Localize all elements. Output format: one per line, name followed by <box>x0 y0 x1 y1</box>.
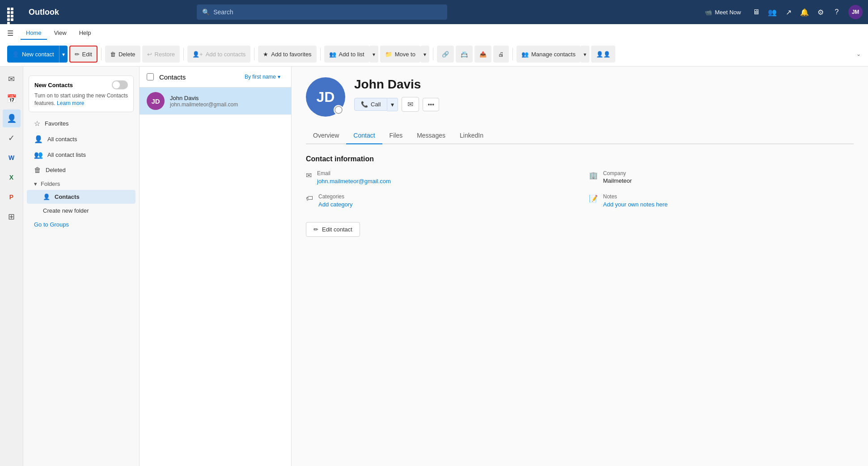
sidebar-item-all-contacts[interactable]: 👤 All contacts <box>27 131 135 147</box>
vcard-button[interactable]: 📇 <box>456 46 473 63</box>
mail-button[interactable]: ✉ <box>402 97 419 112</box>
ribbon: ☰ Home View Help 👤 New contact ✏ Edit 🗑 … <box>0 24 868 67</box>
learn-more-link[interactable]: Learn more <box>57 100 84 106</box>
people-icon-btn[interactable]: 👤👤 <box>591 46 615 63</box>
sidebar-item-all-lists[interactable]: 👥 All contact lists <box>27 147 135 163</box>
add-to-list-dropdown[interactable] <box>369 46 378 63</box>
email-value[interactable]: john.mailmeteor@gmail.com <box>317 178 391 185</box>
company-row: 🏢 Company Mailmeteor <box>589 170 854 185</box>
export-button[interactable]: 📤 <box>474 46 491 63</box>
manage-contacts-dropdown[interactable] <box>580 46 589 63</box>
delete-button[interactable]: 🗑 Delete <box>105 46 140 63</box>
contact-avatar: JD <box>147 92 165 110</box>
add-to-contacts-button[interactable]: 👤+ Add to contacts <box>187 46 250 63</box>
tab-home[interactable]: Home <box>21 27 47 40</box>
tab-help[interactable]: Help <box>74 27 97 40</box>
edit-button[interactable]: ✏ Edit <box>69 46 97 63</box>
sidebar-item-favorites[interactable]: ☆ Favorites <box>27 116 135 131</box>
new-contacts-toggle[interactable] <box>112 80 128 89</box>
print-button[interactable]: 🖨 <box>493 46 509 63</box>
company-content: Company Mailmeteor <box>603 170 632 184</box>
user-avatar[interactable]: JM <box>848 5 863 19</box>
phone-icon: 📞 <box>361 101 368 108</box>
hamburger-menu[interactable]: ☰ <box>7 29 13 38</box>
tab-overview[interactable]: Overview <box>306 127 346 144</box>
new-contact-button[interactable]: 👤 New contact <box>7 46 59 63</box>
call-button[interactable]: 📞 Call <box>354 98 387 111</box>
rail-apps-icon[interactable]: ⊞ <box>3 208 21 226</box>
ribbon-separator-5 <box>433 48 433 60</box>
move-to-button[interactable]: 📁 Move to <box>380 46 420 63</box>
call-dropdown[interactable]: ▾ <box>387 98 398 111</box>
help-icon[interactable]: ? <box>832 8 841 17</box>
categories-content: Categories Add category <box>318 193 353 208</box>
go-to-groups-label: Go to Groups <box>34 221 69 228</box>
monitor-icon[interactable]: 🖥 <box>752 8 761 17</box>
categories-value[interactable]: Add category <box>318 201 353 208</box>
detail-tabs: Overview Contact Files Messages LinkedIn <box>306 127 854 144</box>
meet-now-btn[interactable]: 📹 Meet Now <box>701 7 745 17</box>
sidebar-item-all-contacts-label: All contacts <box>47 136 77 143</box>
sort-button[interactable]: By first name ▾ <box>241 72 284 82</box>
manage-contacts-label: Manage contacts <box>531 51 576 58</box>
go-to-groups-link[interactable]: Go to Groups <box>27 218 135 231</box>
main-layout: ✉ 📅 👤 ✓ W X P ⊞ New Contacts Turn on to … <box>0 67 868 466</box>
new-contact-icon: 👤 <box>12 51 19 58</box>
notes-row: 📝 Notes Add your own notes here <box>589 193 854 208</box>
rail-powerpoint-icon[interactable]: P <box>3 188 21 206</box>
waffle-menu[interactable] <box>5 6 18 18</box>
sidebar-item-deleted[interactable]: 🗑 Deleted <box>27 163 135 178</box>
more-button[interactable]: ••• <box>423 98 439 111</box>
folders-section-header[interactable]: ▾ Folders <box>27 178 135 190</box>
tag-icon: 🏷 <box>306 194 313 202</box>
tab-files[interactable]: Files <box>382 127 410 144</box>
tab-view[interactable]: View <box>49 27 72 40</box>
tab-contact[interactable]: Contact <box>346 127 382 144</box>
manage-contacts-button[interactable]: 👥 Manage contacts <box>517 46 580 63</box>
rail-contacts-icon[interactable]: 👤 <box>3 109 21 127</box>
company-icon: 🏢 <box>589 171 598 180</box>
sidebar-create-new-folder[interactable]: Create new folder <box>27 204 135 218</box>
notes-value[interactable]: Add your own notes here <box>603 201 668 208</box>
vcard-icon: 📇 <box>461 51 468 58</box>
contacts-panel-title: Contacts <box>159 73 236 81</box>
rail-word-icon[interactable]: W <box>3 149 21 167</box>
new-contact-dropdown[interactable] <box>59 46 68 63</box>
new-contact-btn-group: 👤 New contact <box>7 46 68 63</box>
move-label: Move to <box>395 51 415 58</box>
ribbon-tabs: ☰ Home View Help <box>0 24 868 42</box>
add-to-favorites-button[interactable]: ★ Add to favorites <box>258 46 316 63</box>
detail-initials: JD <box>317 89 335 105</box>
tab-linkedin[interactable]: LinkedIn <box>453 127 491 144</box>
contact-item-john-davis[interactable]: JD John Davis john.mailmeteor@gmail.com <box>140 88 291 115</box>
chevron-down-icon <box>423 51 426 58</box>
rail-excel-icon[interactable]: X <box>3 168 21 186</box>
select-all-checkbox[interactable] <box>147 73 154 80</box>
ribbon-actions: 👤 New contact ✏ Edit 🗑 Delete ↩ Restore … <box>0 42 868 66</box>
sort-chevron-icon: ▾ <box>278 74 280 80</box>
search-input[interactable] <box>213 8 442 16</box>
notification-icon[interactable]: 🔔 <box>800 8 809 17</box>
search-bar[interactable]: 🔍 <box>197 4 447 20</box>
move-to-dropdown[interactable] <box>420 46 429 63</box>
sidebar-item-favorites-label: Favorites <box>45 120 68 127</box>
sidebar-item-contacts-folder[interactable]: 👤 Contacts <box>27 190 135 204</box>
link-contact-button[interactable]: 🔗 <box>437 46 454 63</box>
add-to-list-button[interactable]: 👥 Add to list <box>324 46 369 63</box>
rail-calendar-icon[interactable]: 📅 <box>3 90 21 108</box>
tab-messages[interactable]: Messages <box>410 127 453 144</box>
mail-icon: ✉ <box>407 101 413 108</box>
teams-icon[interactable]: 👥 <box>768 8 777 17</box>
folders-label: Folders <box>41 181 60 187</box>
restore-button[interactable]: ↩ Restore <box>142 46 180 63</box>
share-icon[interactable]: ↗ <box>784 8 793 17</box>
detail-header-info: John Davis 📞 Call ▾ ✉ <box>354 77 439 112</box>
contact-name: John Davis <box>170 95 284 101</box>
rail-tasks-icon[interactable]: ✓ <box>3 129 21 147</box>
edit-contact-button[interactable]: ✏ Edit contact <box>306 222 360 237</box>
ribbon-expand[interactable]: ⌄ <box>856 51 861 57</box>
chevron-down-icon <box>373 51 375 58</box>
settings-icon[interactable]: ⚙ <box>816 8 825 17</box>
rail-mail-icon[interactable]: ✉ <box>3 70 21 88</box>
favorites-icon: ★ <box>263 51 268 58</box>
